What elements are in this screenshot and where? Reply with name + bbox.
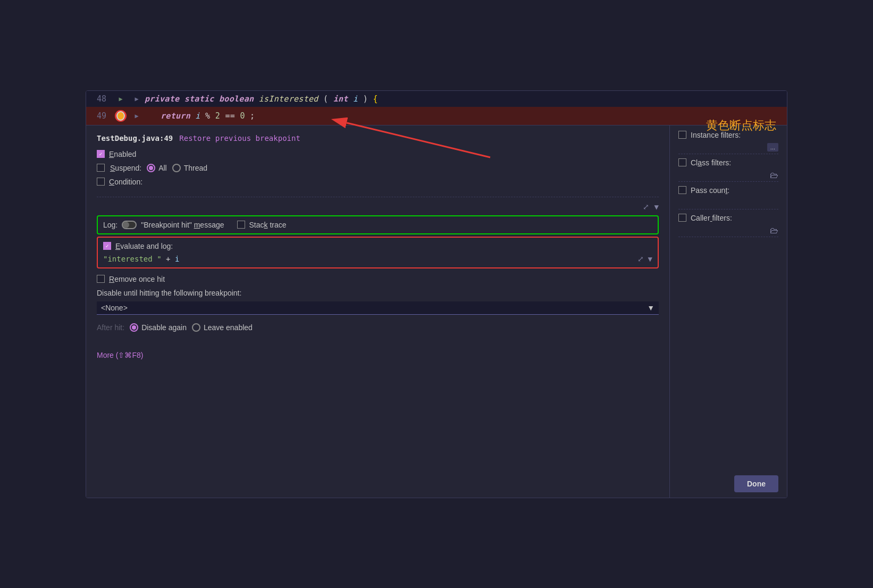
restore-link[interactable]: Restore previous breakpoint xyxy=(179,134,300,142)
dialog-right-panel: Instance filters: ... Class filters: 🗁 P… xyxy=(670,125,787,498)
eval-dropdown-icon[interactable]: ▼ xyxy=(648,255,652,263)
suspend-checkbox[interactable] xyxy=(97,164,105,172)
param-i: i xyxy=(353,94,358,104)
str-literal: "interested " xyxy=(103,255,162,263)
breakpoint-dot xyxy=(116,111,125,121)
disable-again-inner xyxy=(132,325,136,330)
divider-1 xyxy=(97,197,659,197)
expand-row: ⤢ ▼ xyxy=(97,203,659,211)
fold-icon: ▶ xyxy=(135,95,138,103)
thread-radio[interactable] xyxy=(172,164,181,172)
evaluate-checkbox[interactable] xyxy=(103,242,111,250)
after-hit-row: After hit: Disable again Leave enabled xyxy=(97,323,659,332)
caller-filters-row: Caller filters: xyxy=(678,214,778,222)
line-49-breakpoint[interactable] xyxy=(113,110,129,122)
class-label: Class filters: xyxy=(691,158,731,167)
suspend-label: Suspend: xyxy=(110,164,141,172)
kw-boolean: boolean xyxy=(219,94,254,104)
code-line-48: 48 ▶ ▶ private static boolean isInterest… xyxy=(86,91,787,107)
thread-label: Thread xyxy=(184,164,207,172)
thread-radio-option[interactable]: Thread xyxy=(172,164,207,172)
var-i-eval: i xyxy=(175,255,179,263)
evaluate-section: Evaluate and log: "interested " + i ⤢ ▼ xyxy=(97,237,659,268)
title-row: TestDebug.java:49 Restore previous break… xyxy=(97,134,659,142)
condition-checkbox[interactable] xyxy=(97,178,105,186)
instance-checkbox[interactable] xyxy=(678,131,686,139)
evaluate-label: Evaluate and log: xyxy=(115,242,173,250)
class-checkbox[interactable] xyxy=(678,158,686,166)
code-text-49: return i % 2 == 0 ; xyxy=(145,111,787,121)
done-button[interactable]: Done xyxy=(734,475,778,492)
kw-static: static xyxy=(184,94,214,104)
instance-dots-button[interactable]: ... xyxy=(767,143,778,152)
eval-code-row: "interested " + i ⤢ ▼ xyxy=(103,255,652,263)
line-48-gutter: ▶ xyxy=(113,95,129,103)
evaluate-row: Evaluate and log: xyxy=(103,242,652,250)
pass-checkbox[interactable] xyxy=(678,186,686,194)
log-toggle[interactable] xyxy=(122,221,137,229)
leave-enabled-radio[interactable] xyxy=(192,323,200,332)
suspend-row: Suspend: All Thread xyxy=(97,164,659,172)
pass-label: Pass count: xyxy=(691,186,729,195)
line-49-fold: ▶ xyxy=(129,112,145,120)
log-row: Log: "Breakpoint hit" message Stack trac… xyxy=(103,221,652,229)
all-radio-inner xyxy=(149,166,153,170)
open-brace: { xyxy=(373,94,377,104)
semicolon: ; xyxy=(250,111,255,121)
toggle-knob xyxy=(123,222,129,228)
eval-controls: ⤢ ▼ xyxy=(637,255,652,263)
line-number-48: 48 xyxy=(86,94,113,104)
fn-name: isInterested xyxy=(259,94,318,104)
code-text-48: private static boolean isInterested ( in… xyxy=(145,94,787,104)
disable-text: Disable until hitting the following brea… xyxy=(97,289,659,297)
plus-op: + xyxy=(166,255,175,263)
all-radio[interactable] xyxy=(147,164,155,172)
expand-icon[interactable]: ⤢ xyxy=(643,203,649,211)
all-label: All xyxy=(158,164,167,172)
leave-enabled-label: Leave enabled xyxy=(204,323,253,332)
code-line-49: 49 ▶ return i % 2 == 0 xyxy=(86,107,787,125)
folder-icon[interactable]: 🗁 xyxy=(770,170,778,180)
remove-checkbox[interactable] xyxy=(97,275,105,283)
chevron-right-icon: ▶ xyxy=(119,95,122,103)
disable-again-option[interactable]: Disable again xyxy=(130,323,187,332)
all-radio-option[interactable]: All xyxy=(147,164,167,172)
caller-input-area: 🗁 xyxy=(678,224,778,237)
remove-row: Remove once hit xyxy=(97,275,659,283)
condition-label: Condition: xyxy=(109,178,142,186)
op-mod: % xyxy=(205,111,210,121)
enabled-row: Enabled xyxy=(97,150,659,158)
dropdown-icon[interactable]: ▼ xyxy=(654,203,659,211)
more-link[interactable]: More (⇧⌘F8) xyxy=(97,351,143,359)
log-message-text: "Breakpoint hit" message xyxy=(141,221,224,229)
caller-folder-icon[interactable]: 🗁 xyxy=(770,225,778,236)
condition-row: Condition: xyxy=(97,178,659,186)
line-48-fold: ▶ xyxy=(129,95,145,103)
none-dropdown[interactable]: <None> ▼ xyxy=(97,301,659,315)
stack-trace-checkbox[interactable] xyxy=(237,221,245,229)
class-filters-row: Class filters: xyxy=(678,158,778,167)
kw-int: int xyxy=(333,94,348,104)
disable-again-radio[interactable] xyxy=(130,323,138,332)
main-container: 48 ▶ ▶ private static boolean isInterest… xyxy=(86,90,787,498)
op-eq: == xyxy=(225,111,235,121)
disable-again-label: Disable again xyxy=(141,323,187,332)
leave-enabled-option[interactable]: Leave enabled xyxy=(192,323,253,332)
enabled-checkbox[interactable] xyxy=(97,150,105,158)
kw-private: private xyxy=(145,94,179,104)
eval-code: "interested " + i xyxy=(103,255,179,263)
chinese-annotation: 黄色断点标志 xyxy=(706,117,776,133)
code-section: 48 ▶ ▶ private static boolean isInterest… xyxy=(86,91,787,125)
pass-input-area xyxy=(678,197,778,209)
enabled-label: Enabled xyxy=(109,150,136,158)
dropdown-row: <None> ▼ xyxy=(97,301,659,315)
remove-label: Remove once hit xyxy=(109,275,165,283)
caller-label: Caller filters: xyxy=(691,214,732,222)
log-label: Log: xyxy=(103,221,117,229)
line-number-49: 49 xyxy=(86,111,113,121)
caller-checkbox[interactable] xyxy=(678,214,686,222)
eval-expand-icon[interactable]: ⤢ xyxy=(637,255,644,263)
dialog-left-panel: TestDebug.java:49 Restore previous break… xyxy=(86,125,670,498)
pass-count-row: Pass count: xyxy=(678,186,778,195)
stack-trace-label: Stack trace xyxy=(249,221,287,229)
